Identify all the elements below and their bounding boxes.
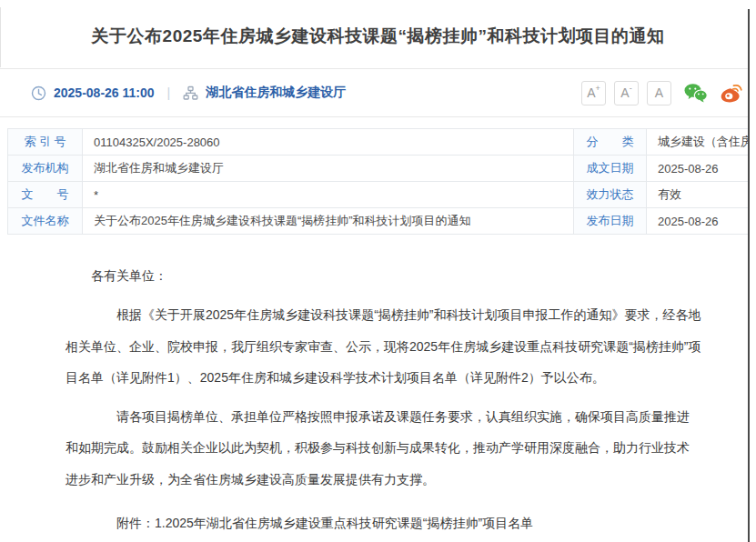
page-title: 关于公布2025年住房城乡建设科技课题“揭榜挂帅”和科技计划项目的通知 [55,25,701,48]
document-body: 各有关单位： 根据《关于开展2025年住房城乡建设科技课题“揭榜挂帅”和科技计划… [0,235,756,542]
issuing-agency-label: 发布机构 [8,156,83,182]
table-row: 文件名称 关于公布2025年住房城乡建设科技课题“揭榜挂帅”和科技计划项目的通知… [8,208,750,235]
attachment-line-1: 附件：1.2025年湖北省住房城乡建设重点科技研究课题“揭榜挂帅”项目名单 [66,507,701,538]
title-area: 关于公布2025年住房城乡建设科技课题“揭榜挂帅”和科技计划项目的通知 [0,0,756,68]
salutation: 各有关单位： [66,260,701,291]
publish-date-value: 2025-08-26 [647,208,750,235]
issuing-agency-value: 湖北省住房和城乡建设厅 [83,156,574,182]
doc-name-label: 文件名称 [8,208,83,235]
clock-icon [31,85,46,101]
wechat-icon [683,82,708,104]
wechat-share-button[interactable] [683,82,708,104]
window-left-edge [0,7,1,67]
table-row: 文 号 * 效力状态 有效 [8,182,750,208]
window-right-edge [748,9,750,542]
doc-name-value: 关于公布2025年住房城乡建设科技课题“揭榜挂帅”和科技计划项目的通知 [83,208,574,235]
meta-toolbar: A+ A- A [581,81,743,105]
font-decrease-sup: - [630,84,632,93]
written-date-label: 成文日期 [574,156,647,182]
document-info-table: 索 引 号 01104325X/2025-28060 分 类 城乡建设（含住房）… [7,128,750,235]
index-number-value: 01104325X/2025-28060 [83,129,574,156]
font-reset-button[interactable]: A [647,81,671,105]
meta-info: 2025-08-26 11:00 | 湖北省住房和城乡建设厅 [31,85,346,101]
sitemap-icon [183,85,198,101]
table-row: 发布机构 湖北省住房和城乡建设厅 成文日期 2025-08-26 [8,156,750,182]
category-label: 分 类 [574,129,647,156]
meta-bar: 2025-08-26 11:00 | 湖北省住房和城乡建设厅 A+ A- A [0,69,756,116]
paragraph-1: 根据《关于开展2025年住房城乡建设科技课题“揭榜挂帅”和科技计划项目申报工作的… [66,299,701,393]
doc-number-value: * [83,182,574,208]
font-increase-sup: + [596,84,600,93]
meta-separator: | [162,85,176,100]
article-page: 关于公布2025年住房城乡建设科技课题“揭榜挂帅”和科技计划项目的通知 2025… [0,0,756,542]
font-increase-button[interactable]: A+ [581,81,606,105]
validity-status-label: 效力状态 [574,182,647,208]
validity-status-value: 有效 [647,182,750,208]
publish-time: 2025-08-26 11:00 [54,85,155,100]
doc-number-label: 文 号 [8,182,83,208]
index-number-label: 索 引 号 [8,129,83,156]
category-value: 城乡建设（含住房） [647,129,750,156]
paragraph-2: 请各项目揭榜单位、承担单位严格按照申报承诺及课题任务要求，认真组织实施，确保项目… [66,401,701,495]
publish-date-label: 发布日期 [574,208,647,235]
attachment-link-1[interactable]: 1.2025年湖北省住房城乡建设重点科技研究课题“揭榜挂帅”项目名单 [155,516,533,530]
attachments-label: 附件： [116,516,155,530]
info-table-wrap: 索 引 号 01104325X/2025-28060 分 类 城乡建设（含住房）… [0,117,756,235]
font-decrease-button[interactable]: A- [614,81,639,105]
written-date-value: 2025-08-26 [647,156,750,182]
weibo-icon [720,82,743,104]
table-row: 索 引 号 01104325X/2025-28060 分 类 城乡建设（含住房） [8,129,750,156]
source-name: 湖北省住房和城乡建设厅 [206,85,346,101]
weibo-share-button[interactable] [720,82,743,104]
